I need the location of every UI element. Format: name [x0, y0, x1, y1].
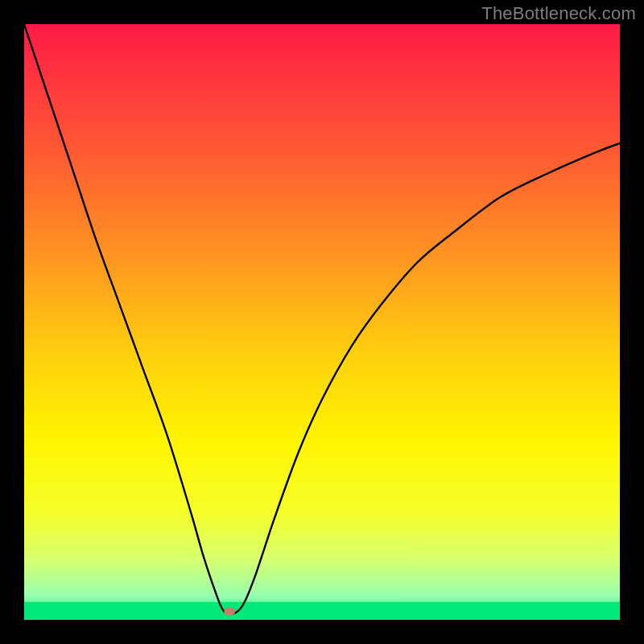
chart-frame: TheBottleneck.com — [0, 0, 644, 644]
optimal-point-marker — [224, 608, 235, 616]
plot-area — [24, 24, 620, 620]
chart-svg — [24, 24, 620, 620]
watermark-text: TheBottleneck.com — [481, 3, 636, 24]
green-band — [24, 602, 620, 620]
gradient-background — [24, 24, 620, 620]
